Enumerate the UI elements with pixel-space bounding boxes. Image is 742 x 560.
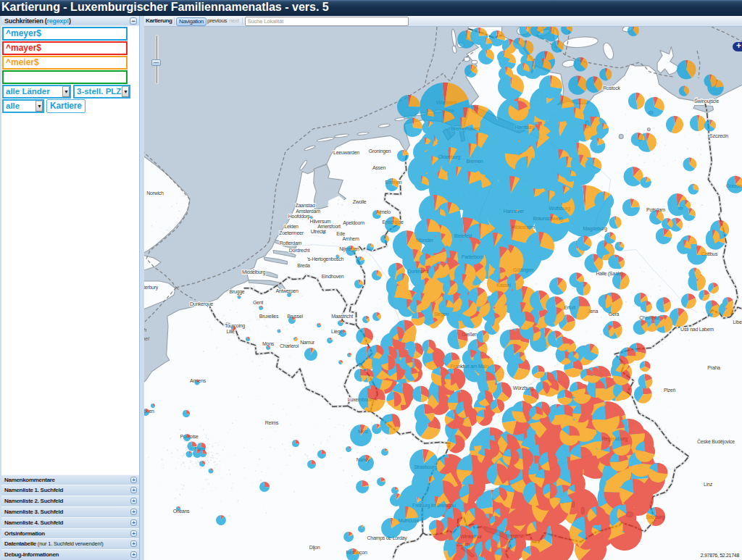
map-panel: Kartierung Navigation previous next (144, 16, 742, 560)
svg-text:Zaanstad: Zaanstad (295, 203, 314, 208)
accordion-row[interactable]: Ortsinformation+ (1, 528, 139, 539)
search-criteria-header[interactable]: Suchkriterien (regexp!) − (1, 16, 139, 26)
zoom-in-button[interactable]: + (733, 42, 742, 51)
svg-text:Charleroi: Charleroi (280, 343, 299, 348)
svg-text:Breda: Breda (297, 263, 310, 268)
svg-text:Apeldoorn: Apeldoorn (343, 220, 364, 226)
svg-text:Orléans: Orléans (173, 509, 190, 514)
accordion-row[interactable]: Namenliste 3. Suchfeld+ (1, 506, 139, 517)
map-button[interactable]: Kartiere (46, 99, 86, 113)
svg-text:Gent: Gent (253, 300, 263, 305)
accordion-label: Debug-Informationen (4, 551, 59, 558)
expand-icon[interactable]: + (130, 477, 137, 483)
accordion-row[interactable]: Namenliste 4. Suchfeld+ (1, 517, 139, 528)
svg-text:Leiden: Leiden (284, 224, 299, 229)
svg-text:Szczecin: Szczecin (709, 133, 728, 138)
svg-text:Bruxelles: Bruxelles (259, 314, 279, 319)
svg-text:Amsterdam: Amsterdam (296, 209, 320, 214)
collapse-icon[interactable]: − (130, 17, 137, 25)
svg-text:Zoetermeer: Zoetermeer (279, 230, 304, 235)
svg-text:Hoofddorp: Hoofddorp (288, 214, 311, 220)
name-search-input-3[interactable] (2, 56, 128, 70)
svg-text:Linz: Linz (704, 482, 713, 487)
previous-button[interactable]: previous (207, 16, 227, 26)
expand-icon[interactable]: + (130, 487, 137, 493)
search-criteria-title: Suchkriterien (regexp!) (4, 17, 71, 25)
svg-text:Assen: Assen (372, 165, 386, 170)
expand-icon[interactable]: + (130, 551, 137, 558)
accordion-label: Namenkommentare (4, 477, 55, 483)
svg-text:České Budějovice: České Budějovice (697, 438, 735, 445)
next-button-disabled: next (229, 16, 239, 26)
svg-text:Hilversum: Hilversum (310, 219, 331, 224)
tab-kartierung[interactable]: Kartierung (146, 16, 172, 26)
accordion-row[interactable]: Datentabelle (nur 1. Suchfeld verwenden!… (1, 538, 139, 549)
name-search-input-2[interactable] (2, 41, 128, 55)
svg-text:Channel: Channel (144, 335, 149, 342)
map-toolbar: Kartierung Navigation previous next (144, 16, 742, 27)
dropdown-arrow-icon: ▼ (122, 86, 129, 97)
svg-text:Eindhoven: Eindhoven (322, 274, 344, 279)
accordion-label: Namenliste 4. Suchfeld (4, 519, 63, 526)
window-title: Kartierung - Luxemburgischer Familiennam… (0, 0, 742, 16)
dropdown-arrow-icon: ▼ (62, 86, 70, 97)
accordion-note: (nur 1. Suchfeld verwenden!) (36, 540, 104, 547)
expand-icon[interactable]: + (130, 498, 137, 504)
expand-icon[interactable]: + (130, 540, 137, 547)
svg-text:Maastricht: Maastricht (331, 314, 353, 319)
accordion-label: Namenliste 3. Suchfeld (4, 509, 63, 515)
map-canvas[interactable]: WaddenSeaEnglishChannelNorwichLeeuwarden… (144, 27, 742, 560)
expand-icon[interactable]: + (130, 519, 137, 526)
svg-text:Leeuwarden: Leeuwarden (333, 150, 359, 155)
svg-text:Dijon: Dijon (309, 545, 320, 551)
svg-text:English: English (144, 327, 146, 333)
accordion-label: Namenliste 2. Suchfeld (4, 498, 63, 504)
svg-text:Namur: Namur (300, 340, 315, 345)
zoom-slider[interactable] (151, 35, 162, 83)
svg-text:Mons: Mons (262, 341, 275, 346)
navigation-button[interactable]: Navigation (176, 17, 207, 26)
svg-text:Świnoujście: Świnoujście (694, 98, 719, 104)
accordion-row[interactable]: Debug-Informationen+ (1, 549, 139, 560)
svg-text:Ede: Ede (336, 231, 345, 236)
svg-text:Norwich: Norwich (146, 191, 164, 196)
svg-text:Middelburg: Middelburg (242, 269, 265, 275)
accordion-row[interactable]: Namenliste 1. Suchfeld+ (1, 485, 139, 496)
country-select[interactable]: alle Länder ▼ (2, 85, 71, 99)
svg-text:Arnhem: Arnhem (343, 236, 359, 241)
svg-text:Reims: Reims (265, 420, 279, 425)
svg-text:Ústí nad Labem: Ústí nad Labem (680, 326, 714, 332)
dropdown-arrow-icon: ▼ (36, 101, 43, 112)
accordion-row[interactable]: Namenkommentare+ (1, 475, 139, 485)
svg-text:Groningen: Groningen (369, 149, 391, 154)
toolbar-separator (174, 17, 175, 25)
expand-icon[interactable]: + (130, 509, 137, 515)
svg-text:Rotterdam: Rotterdam (280, 241, 302, 246)
svg-text:Brugge: Brugge (229, 289, 244, 295)
locality-search-input[interactable] (245, 17, 409, 26)
svg-text:Amersfoort: Amersfoort (317, 224, 341, 229)
mouse-coordinates: 2.97876, 52.21748 (701, 553, 739, 558)
select-value: alle (6, 101, 20, 110)
svg-text:Praha: Praha (707, 365, 720, 370)
name-search-input-4[interactable] (2, 70, 128, 84)
expand-icon[interactable]: + (130, 530, 137, 537)
accordion-label: Namenliste 1. Suchfeld (4, 487, 63, 493)
select-value: alle Länder (6, 87, 50, 96)
sidebar: Suchkriterien (regexp!) − alle Länder ▼ … (1, 16, 140, 560)
zoom-slider-handle[interactable] (151, 59, 161, 66)
accordion-panels: Namenkommentare+Namenliste 1. Suchfeld+N… (1, 475, 139, 560)
accordion-label: Datentabelle (4, 540, 36, 547)
header-label: Suchkriterien (4, 17, 45, 25)
svg-text:Liberec: Liberec (733, 319, 742, 325)
filter-select[interactable]: alle ▼ (2, 99, 44, 113)
svg-text:Dordrecht: Dordrecht (289, 248, 310, 253)
svg-text:Dunkerque: Dunkerque (190, 301, 213, 307)
accordion-row[interactable]: Namenliste 2. Suchfeld+ (1, 496, 139, 506)
plz-select[interactable]: 3-stell. PLZ ▼ (73, 85, 130, 99)
accordion-label: Ortsinformation (4, 530, 45, 537)
toolbar-separator (242, 17, 243, 25)
svg-text:Plzeň: Plzeň (664, 388, 676, 393)
name-search-input-1[interactable] (2, 27, 128, 41)
svg-text:Rostock: Rostock (603, 85, 620, 91)
